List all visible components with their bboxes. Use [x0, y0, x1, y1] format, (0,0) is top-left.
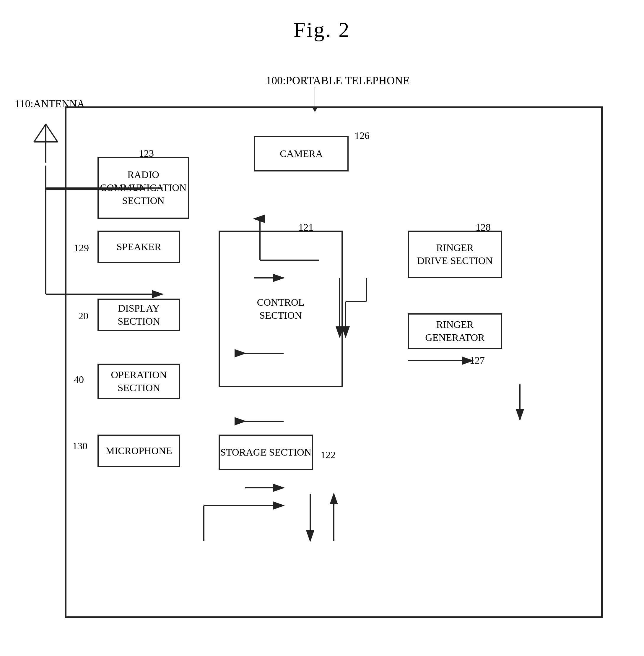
speaker-box: SPEAKER	[97, 231, 180, 263]
display-section-box: DISPLAYSECTION	[97, 299, 180, 331]
portable-telephone-arrow	[315, 87, 315, 108]
portable-telephone-label: 100:PORTABLE TELEPHONE	[266, 74, 410, 87]
ref-126: 126	[354, 130, 370, 141]
ref-40: 40	[74, 374, 84, 385]
ref-121: 121	[298, 222, 314, 233]
microphone-box: MICROPHONE	[97, 435, 180, 467]
figure-title: Fig. 2	[294, 18, 350, 42]
ref-128: 128	[476, 222, 491, 233]
ref-20: 20	[78, 310, 88, 322]
ref-130: 130	[72, 440, 88, 452]
antenna-icon	[28, 112, 64, 166]
camera-box: CAMERA	[254, 136, 349, 172]
ref-127: 127	[470, 355, 485, 366]
radio-communication-box: RADIOCOMMUNICATIONSECTION	[97, 157, 189, 219]
ringer-generator-box: RINGERGENERATOR	[408, 313, 502, 349]
control-section-box: CONTROLSECTION	[218, 231, 343, 387]
operation-section-box: OPERATIONSECTION	[97, 364, 180, 399]
svg-line-2	[46, 124, 58, 142]
ref-129: 129	[74, 242, 89, 254]
ref-123: 123	[139, 148, 154, 159]
svg-line-1	[34, 124, 46, 142]
storage-section-box: STORAGE SECTION	[218, 435, 313, 470]
ringer-drive-box: RINGERDRIVE SECTION	[408, 231, 502, 278]
ref-122: 122	[321, 450, 336, 461]
